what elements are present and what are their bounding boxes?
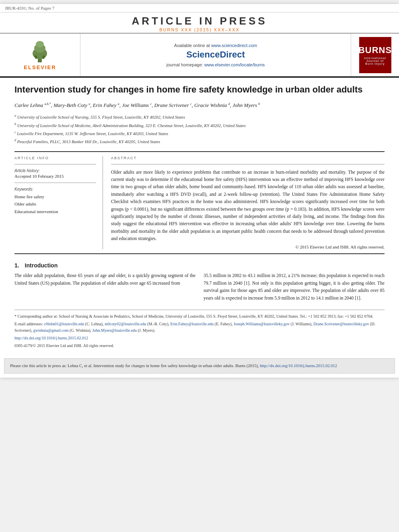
sciencedirect-logo: ScienceDirect (186, 49, 245, 60)
article-in-press-banner: ARTICLE IN PRESS BURNS XXX (2015) XXX–XX… (0, 12, 399, 33)
doi-link[interactable]: http://dx.doi.org/10.1016/j.burns.2015.0… (14, 336, 88, 340)
elsevier-logo-area: ELSEVIER (0, 33, 80, 76)
elsevier-label: ELSEVIER (24, 64, 56, 70)
introduction-section: 1. Introduction The older adult populati… (14, 262, 385, 302)
intro-section-number: 1. (14, 262, 19, 269)
cite-prefix: Please cite this article in press as: Le… (10, 364, 259, 368)
intro-heading: 1. Introduction (14, 262, 385, 269)
intro-right-col: 35.5 million in 2002 to 43.1 million in … (204, 272, 385, 302)
intro-heading-text: Introduction (25, 262, 58, 269)
burns-cover: BURNS International Journal ofBurn Injur… (359, 37, 391, 73)
journal-header: ELSEVIER Available online at www.science… (0, 33, 399, 78)
svg-point-3 (36, 41, 44, 47)
accepted-date: Accepted 10 February 2015 (14, 174, 96, 179)
footnote-emails: E-mail addresses: c0lehn01@louisville.ed… (14, 321, 385, 334)
keyword-3: Educational intervention (14, 208, 96, 216)
aip-subtitle: BURNS XXX (2015) XXX–XXX (0, 27, 399, 32)
article-info-col: ARTICLE INFO Article history: Accepted 1… (14, 156, 103, 250)
keyword-2: Older adults (14, 200, 96, 208)
sciencedirect-url-link[interactable]: www.sciencedirect.com (211, 43, 257, 48)
intro-two-col: The older adult population, those 65 yea… (14, 272, 385, 302)
affil-d: d Peaceful Families, PLLC, 3013 Bunker H… (14, 138, 385, 145)
abstract-divider (111, 164, 385, 164)
intro-right-text: 35.5 million in 2002 to 43.1 million in … (204, 272, 385, 302)
keyword-1: Home fire safety (14, 193, 96, 201)
footnote-doi: http://dx.doi.org/10.1016/j.burns.2015.0… (14, 335, 385, 341)
footnotes-section: * Corresponding author at: School of Nur… (14, 310, 385, 349)
email-coty[interactable]: m0coty02@louisville.edu (105, 322, 146, 326)
email-lehna[interactable]: c0lehn01@louisville.edu (44, 322, 84, 326)
footnote-corresponding: * Corresponding author at: School of Nur… (14, 313, 385, 320)
thick-divider (14, 151, 385, 152)
authors-line: Carlee Lehna a,b,*, Mary-Beth Coty a, Er… (14, 101, 385, 110)
email-myers[interactable]: John.Myers@louisville.edu (93, 328, 137, 333)
article-history-label: Article history: (14, 168, 96, 173)
affiliations: a University of Louisville School of Nur… (14, 113, 385, 145)
affil-a: a University of Louisville School of Nur… (14, 113, 385, 121)
keywords-label: Keywords: (14, 187, 96, 191)
keywords-divider (14, 183, 96, 183)
abstract-label: ABSTRACT (111, 156, 385, 160)
article-body: Intervention study for changes in home f… (0, 78, 399, 358)
abstract-col: ABSTRACT Older adults are more likely to… (111, 156, 385, 250)
citation-bar: Please cite this article in press as: Le… (4, 358, 395, 374)
article-info-label: ARTICLE INFO (14, 156, 96, 160)
abstract-text: Older adults are more likely to experien… (111, 168, 385, 242)
copyright-line: © 2015 Elsevier Ltd and ISBI. All rights… (111, 244, 385, 249)
affil-b: b University of Louisville School of Med… (14, 122, 385, 129)
email-williams[interactable]: Joseph.Williams@louisvilleky.gov (234, 322, 290, 326)
journal-homepage-text: journal homepage: www.elsevier.com/locat… (167, 62, 265, 67)
article-id: JBUR-4591; No. of Pages 7 (5, 6, 54, 10)
elsevier-tree-icon (24, 39, 56, 64)
burns-subtitle: International Journal ofBurn Injury (359, 57, 391, 65)
footnote-issn: 0305-4179/© 2015 Elsevier Ltd and ISBI. … (14, 343, 385, 349)
email-scrivener[interactable]: Drane.Scrivener@louisvilleky.gov (313, 322, 369, 326)
journal-url-link[interactable]: www.elsevier.com/locate/burns (204, 62, 265, 67)
cite-url-link[interactable]: http://dx.doi.org/10.1016/j.burns.2015.0… (260, 364, 337, 368)
section-divider (14, 253, 385, 254)
article-title: Intervention study for changes in home f… (14, 84, 385, 96)
available-online-text: Available online at www.sciencedirect.co… (174, 43, 257, 48)
email-fahey[interactable]: Erin.Fahey@louisville.edu (171, 322, 214, 326)
info-divider (14, 164, 96, 164)
affil-c: c Louisville Fire Department, 1135 W. Je… (14, 130, 385, 137)
intro-left-col: The older adult population, those 65 yea… (14, 272, 195, 302)
email-wishnia[interactable]: gwishnia@gmail.com (33, 328, 69, 333)
intro-left-text: The older adult population, those 65 yea… (14, 272, 195, 287)
sciencedirect-area: Available online at www.sciencedirect.co… (80, 33, 351, 76)
aip-title: ARTICLE IN PRESS (0, 15, 399, 27)
burns-label: BURNS (358, 45, 392, 55)
info-abstract-section: ARTICLE INFO Article history: Accepted 1… (14, 156, 385, 250)
burns-cover-area: BURNS International Journal ofBurn Injur… (351, 33, 399, 76)
